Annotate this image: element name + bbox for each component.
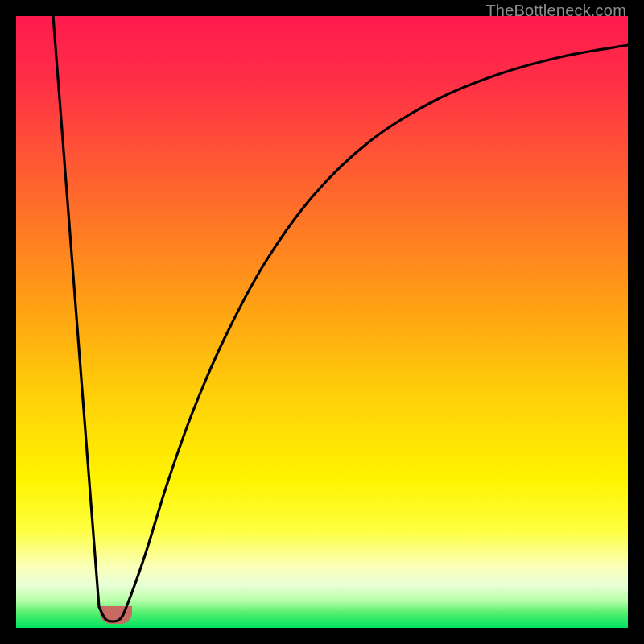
plot-area	[16, 16, 628, 628]
bottleneck-curve	[53, 16, 628, 621]
curve-layer	[16, 16, 628, 628]
chart-container: TheBottleneck.com	[0, 0, 644, 644]
watermark-text: TheBottleneck.com	[485, 2, 626, 20]
